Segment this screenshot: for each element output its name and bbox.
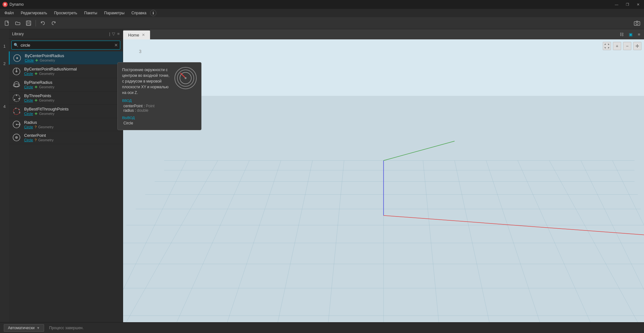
result-icon-5 [12, 107, 21, 116]
close-button[interactable]: ✕ [635, 2, 641, 7]
zoom-out-button[interactable]: − [623, 42, 631, 50]
viewport-top-controls: + − ✛ [603, 42, 641, 50]
result-name-5: ByBestFitThroughPoints [24, 107, 69, 111]
maximize-button[interactable]: ❐ [624, 2, 631, 7]
result-name-6: Radius [24, 120, 54, 125]
svg-line-59 [181, 73, 186, 78]
minimize-button[interactable]: — [613, 2, 620, 7]
result-ns-2: Geometry [39, 72, 54, 76]
result-category-7[interactable]: Circle [24, 138, 33, 142]
run-button[interactable]: Автоматически ▼ [4, 324, 44, 332]
svg-point-19 [13, 112, 15, 113]
menu-view[interactable]: Просмотреть [51, 10, 80, 16]
run-button-arrow: ▼ [36, 326, 40, 330]
result-item-1[interactable]: ByCenterPointRadius Circle ✚ Geometry [9, 51, 123, 65]
save-file-button[interactable] [24, 19, 33, 28]
result-name-4: ByThreePoints [24, 93, 55, 98]
result-sep-4: ✚ [35, 98, 37, 102]
search-input[interactable] [11, 41, 120, 50]
tab-bar: Home ✕ ⛓ ▣ ≡ [123, 29, 644, 39]
svg-point-15 [14, 99, 15, 100]
new-file-button[interactable] [3, 19, 11, 28]
layout-icon[interactable]: ≡ [117, 31, 120, 36]
tooltip-param-1: centerPoint : Point [123, 104, 197, 108]
window-controls[interactable]: — ❐ ✕ [613, 2, 641, 7]
toolbar [0, 17, 644, 29]
view3d-icon[interactable]: ▣ [628, 31, 634, 38]
menu-file[interactable]: Файл [1, 10, 17, 16]
result-name-3: ByPlaneRadius [24, 80, 55, 85]
result-item-2[interactable]: ByCenterPointRadiusNormal Circle ✚ Geome… [9, 65, 123, 78]
result-meta-7: Circle ? Geometry [24, 138, 54, 142]
tab-close-button[interactable]: ✕ [142, 33, 145, 37]
center-view-button[interactable]: ✛ [633, 42, 641, 50]
fit-view-button[interactable] [603, 42, 611, 50]
result-category-5[interactable]: Circle [24, 112, 33, 116]
menu-info[interactable]: ℹ [150, 10, 156, 16]
sidebar-num-4: 4 [3, 104, 5, 109]
sidebar-num-1: 1 [3, 44, 5, 49]
result-icon-6 [12, 120, 21, 129]
tooltip-header: Построение окружности с центром во входн… [122, 67, 197, 96]
open-file-button[interactable] [13, 19, 22, 28]
menu-edit[interactable]: Редактировать [18, 10, 50, 16]
sidebar-num-2: 2 [3, 61, 5, 66]
undo-button[interactable] [38, 19, 47, 28]
result-category-1[interactable]: Circle [25, 58, 34, 62]
result-sep-5: ✚ [35, 112, 37, 116]
tab-label: Home [128, 33, 139, 37]
redo-button[interactable] [49, 19, 58, 28]
run-button-label: Автоматически [8, 326, 35, 330]
connect-icon[interactable]: ⛓ [618, 31, 625, 38]
status-text: Процесс завершен. [49, 326, 84, 330]
result-category-4[interactable]: Circle [24, 98, 33, 102]
toolbar-separator [36, 20, 36, 26]
result-text-6: Radius Circle ? Geometry [24, 120, 54, 129]
search-clear-button[interactable]: ✕ [114, 43, 118, 48]
result-text-4: ByThreePoints Circle ✚ Geometry [24, 93, 55, 103]
result-item-6[interactable]: Radius Circle ? Geometry [9, 118, 123, 131]
separator-icon: | [109, 31, 110, 36]
result-item-4[interactable]: ByThreePoints Circle ✚ Geometry [9, 91, 123, 105]
result-category-3[interactable]: Circle [24, 85, 33, 89]
tooltip-popup: Построение окружности с центром во входн… [117, 62, 201, 130]
result-item-3[interactable]: ByPlaneRadius Circle ✚ Geometry [9, 78, 123, 91]
viewport-label-3: 3 [139, 49, 141, 54]
library-panel: Library | ▽ ≡ 🔍 ✕ [9, 29, 123, 322]
result-ns-4: Geometry [39, 98, 54, 102]
svg-point-21 [18, 109, 20, 110]
result-icon-7 [12, 133, 21, 142]
menu-bar: Файл Редактировать Просмотреть Пакеты Па… [0, 9, 644, 17]
tooltip-output: Circle [123, 121, 197, 125]
menu-params[interactable]: Параметры [101, 10, 128, 16]
svg-rect-0 [5, 21, 8, 25]
result-text-3: ByPlaneRadius Circle ✚ Geometry [24, 80, 55, 89]
result-item-7[interactable]: CenterPoint Circle ? Geometry [9, 131, 123, 144]
screenshot-button[interactable] [633, 19, 641, 28]
tab-home[interactable]: Home ✕ [123, 30, 150, 39]
result-meta-2: Circle ✚ Geometry [24, 72, 77, 76]
result-sep-3: ✚ [35, 85, 37, 89]
menu-dots-icon[interactable]: ≡ [636, 31, 641, 38]
menu-help[interactable]: Справка [128, 10, 149, 16]
result-ns-6: Geometry [38, 125, 53, 129]
result-meta-5: Circle ✚ Geometry [24, 112, 69, 116]
result-text-1: ByCenterPointRadius Circle ✚ Geometry [25, 53, 64, 63]
result-name-1: ByCenterPointRadius [25, 53, 64, 58]
result-text-5: ByBestFitThroughPoints Circle ✚ Geometry [24, 107, 69, 116]
result-category-6[interactable]: Circle [24, 125, 33, 129]
search-icon: 🔍 [14, 43, 18, 47]
library-header: Library | ▽ ≡ [9, 29, 123, 39]
filter-icon[interactable]: ▽ [112, 31, 115, 36]
zoom-in-button[interactable]: + [613, 42, 621, 50]
tooltip-input-label: ВВОД [122, 99, 197, 103]
result-item-5[interactable]: ByBestFitThroughPoints Circle ✚ Geometry [9, 105, 123, 118]
svg-point-28 [16, 137, 17, 138]
toolbar-right [633, 19, 641, 28]
svg-point-8 [17, 58, 17, 58]
result-ns-1: Geometry [40, 58, 55, 62]
menu-packages[interactable]: Пакеты [81, 10, 100, 16]
result-sep-6: ? [35, 125, 36, 129]
sidebar-numbers: 1 2 4 [0, 29, 9, 322]
result-category-2[interactable]: Circle [24, 72, 33, 76]
